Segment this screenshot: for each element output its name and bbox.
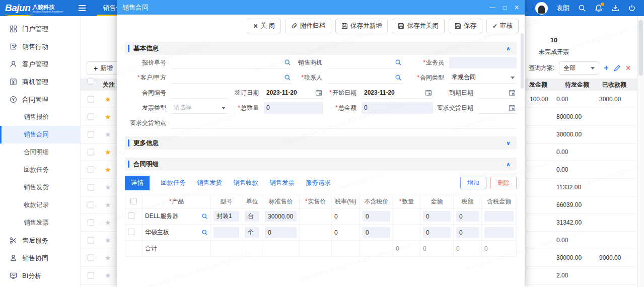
close-button[interactable]: ✕ 关 闭 (247, 19, 281, 33)
delivery-place-field[interactable] (171, 117, 517, 129)
select-all-checkbox[interactable] (130, 198, 137, 204)
star-icon[interactable]: ★ (105, 254, 111, 262)
select-all-checkbox[interactable] (88, 78, 94, 85)
query-plan-select[interactable]: 全部 (559, 61, 599, 75)
save-and-new-button[interactable]: 保存并新增 (335, 19, 388, 33)
sidebar-item-receipt-record[interactable]: 收款记录 (0, 196, 80, 214)
row-checkbox[interactable] (88, 149, 94, 156)
search-icon[interactable] (395, 59, 402, 66)
search-icon[interactable] (578, 4, 586, 12)
salesman-field[interactable] (449, 57, 517, 68)
no-tax-price-input[interactable]: 0 (363, 211, 390, 222)
bell-icon[interactable] (595, 4, 603, 12)
sidebar-item-sales-invoice[interactable]: 销售发票 (0, 214, 80, 232)
sidebar-item-bi[interactable]: BI分析 (0, 267, 80, 284)
chevron-down-icon[interactable]: ∨ (506, 140, 511, 147)
power-icon[interactable] (628, 4, 636, 12)
section-contract-detail[interactable]: 合同明细 ∧ (125, 158, 517, 171)
opportunity-field[interactable] (327, 57, 403, 68)
add-plan-icon[interactable]: + (604, 64, 608, 71)
detail-row[interactable]: 华硕主板 个 0 0 0 0 0 (125, 225, 517, 241)
minimize-icon[interactable]: — (489, 4, 495, 11)
row-checkbox[interactable] (128, 229, 134, 235)
save-and-close-button[interactable]: 保存并关闭 (392, 19, 445, 33)
customer-field[interactable] (171, 72, 292, 84)
close-icon[interactable]: ✕ (514, 4, 519, 11)
maximize-icon[interactable]: □ (503, 4, 507, 11)
model-input[interactable] (213, 227, 239, 238)
search-icon[interactable] (284, 59, 291, 66)
contract-type-select[interactable]: 常规合同 (449, 72, 517, 84)
amount-input[interactable]: 0 (423, 227, 451, 238)
row-checkbox[interactable] (88, 96, 94, 103)
calendar-icon[interactable] (425, 89, 432, 96)
tax-input[interactable]: 0 (456, 211, 479, 222)
star-icon[interactable]: ★ (105, 113, 111, 121)
row-checkbox[interactable] (88, 255, 94, 261)
page-scrollbar-thumb[interactable] (638, 20, 643, 76)
tab-detail[interactable]: 详情 (125, 176, 150, 190)
row-checkbox[interactable] (88, 184, 94, 191)
star-icon[interactable]: ★ (105, 236, 111, 244)
search-icon[interactable] (395, 74, 402, 81)
hamburger-menu-icon[interactable] (75, 5, 90, 12)
qty-input[interactable] (393, 225, 420, 241)
archive-attachment-button[interactable]: 附件归档 (285, 19, 331, 33)
sidebar-item-contracts[interactable]: 合同管理 (0, 91, 80, 108)
with-tax-input[interactable] (484, 211, 514, 222)
sale-price-input[interactable] (300, 225, 332, 241)
row-checkbox[interactable] (88, 167, 94, 173)
unit-input[interactable]: 台 (245, 211, 259, 222)
search-icon[interactable] (201, 229, 208, 236)
tab-payment-task[interactable]: 回款任务 (161, 179, 186, 187)
sidebar-item-partial[interactable] (0, 284, 80, 287)
sidebar-item-sales-quote[interactable]: 销售报价 (0, 108, 80, 126)
star-icon[interactable]: ★ (105, 130, 111, 138)
download-icon[interactable] (611, 4, 619, 12)
no-tax-price-input[interactable]: 0 (363, 227, 390, 238)
star-icon[interactable]: ★ (105, 201, 111, 209)
section-more-info[interactable]: 更多信息 ∨ (125, 136, 517, 150)
sidebar-item-payment-task[interactable]: 回款任务 (0, 161, 80, 179)
star-icon[interactable]: ★ (105, 271, 111, 279)
tab-service-request[interactable]: 服务请求 (306, 179, 331, 187)
row-checkbox[interactable] (88, 131, 94, 138)
row-checkbox[interactable] (128, 212, 134, 219)
chevron-up-icon[interactable]: ∧ (506, 161, 511, 168)
delivery-date-field[interactable] (478, 102, 517, 114)
total-amount-field[interactable]: 0 (362, 102, 433, 114)
std-price-input[interactable]: 30000.00 (265, 211, 297, 222)
model-input[interactable]: 封装1 (213, 211, 239, 222)
add-row-button[interactable]: 增加 (460, 177, 486, 189)
qty-input[interactable] (393, 208, 420, 225)
amount-input[interactable]: 0 (423, 211, 451, 222)
star-icon[interactable]: ★ (105, 95, 111, 103)
with-tax-input[interactable] (484, 227, 514, 238)
star-icon[interactable]: ★ (105, 219, 111, 227)
sidebar-item-opportunities[interactable]: 商机管理 (0, 73, 80, 91)
tax-rate-input[interactable]: 0 (332, 225, 360, 241)
invoice-type-select[interactable]: 请选择 (171, 102, 228, 114)
sidebar-item-sales-contract[interactable]: 销售合同 (0, 126, 80, 144)
star-icon[interactable]: ★ (105, 183, 111, 191)
row-checkbox[interactable] (88, 237, 94, 244)
tax-input[interactable]: 0 (456, 227, 479, 238)
add-new-button[interactable]: + 新增 (87, 61, 120, 75)
quote-no-field[interactable] (171, 57, 292, 68)
calendar-icon[interactable] (315, 89, 322, 96)
row-checkbox[interactable] (88, 220, 94, 226)
sidebar-item-sales-action[interactable]: 销售行动 (0, 38, 80, 55)
tax-rate-input[interactable]: 0 (332, 208, 360, 225)
unit-input[interactable]: 个 (245, 227, 259, 238)
delete-plan-icon[interactable]: ✕ (625, 64, 631, 72)
calendar-icon[interactable] (509, 104, 516, 111)
delete-row-button[interactable]: 删除 (490, 177, 517, 189)
search-icon[interactable] (201, 213, 208, 220)
total-qty-field[interactable]: 0 (264, 102, 323, 114)
sidebar-item-portal[interactable]: 门户管理 (0, 20, 80, 38)
tab-sales-invoice[interactable]: 销售发票 (269, 179, 295, 187)
expire-date-field[interactable] (478, 87, 517, 99)
save-button[interactable]: 保存 (449, 19, 482, 33)
sign-date-field[interactable]: 2023-11-20 (264, 87, 323, 99)
user-avatar[interactable] (535, 2, 548, 15)
